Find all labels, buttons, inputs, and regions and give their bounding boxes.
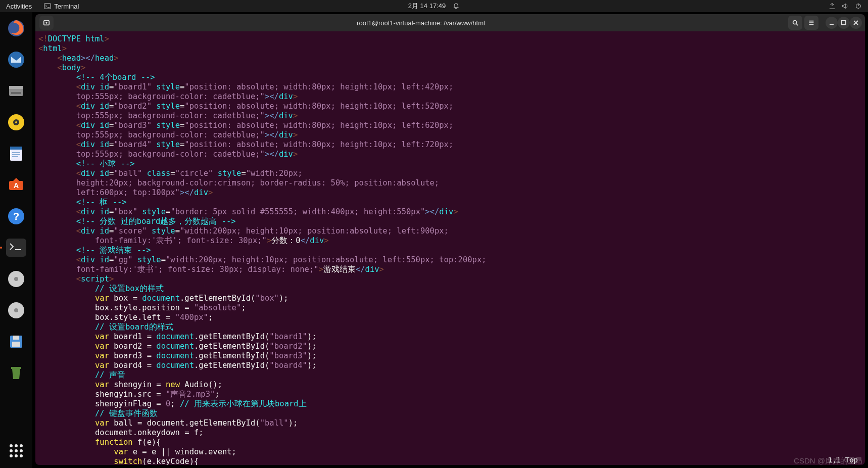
- minimize-button[interactable]: [826, 17, 838, 29]
- writer-launcher[interactable]: [4, 142, 28, 166]
- svg-point-29: [793, 21, 797, 24]
- maximize-button[interactable]: [838, 17, 850, 29]
- bell-icon[interactable]: [453, 3, 460, 10]
- disc2-launcher[interactable]: [4, 298, 28, 322]
- firefox-launcher[interactable]: [4, 16, 28, 40]
- terminal-icon: [44, 3, 51, 10]
- svg-rect-25: [13, 336, 19, 340]
- terminal-menu[interactable]: Terminal: [44, 3, 79, 10]
- svg-rect-0: [44, 4, 51, 9]
- svg-rect-26: [12, 342, 20, 347]
- thunderbird-launcher[interactable]: [4, 48, 28, 72]
- power-icon[interactable]: [855, 3, 862, 10]
- network-icon[interactable]: [829, 3, 836, 10]
- top-panel: Activities Terminal 2月 14 17:49: [0, 0, 868, 12]
- clock[interactable]: 2月 14 17:49: [408, 2, 446, 11]
- svg-point-3: [8, 52, 24, 68]
- window-title: root1@root1-virtual-machine: /var/www/ht…: [55, 19, 787, 27]
- svg-point-9: [15, 121, 17, 123]
- close-button[interactable]: [850, 17, 862, 29]
- svg-rect-30: [842, 21, 846, 25]
- help-launcher[interactable]: ?: [4, 204, 28, 228]
- svg-rect-27: [11, 367, 21, 369]
- rhythmbox-launcher[interactable]: [4, 110, 28, 134]
- volume-icon[interactable]: [842, 3, 849, 10]
- svg-rect-19: [6, 239, 26, 257]
- svg-rect-11: [10, 147, 22, 150]
- svg-point-21: [14, 277, 18, 281]
- watermark: CSDN @库库的里昂: [794, 456, 863, 466]
- hamburger-menu[interactable]: [804, 16, 818, 30]
- titlebar: root1@root1-virtual-machine: /var/www/ht…: [35, 14, 865, 31]
- activities-button[interactable]: Activities: [6, 3, 32, 10]
- disc1-launcher[interactable]: [4, 267, 28, 291]
- dock: A ?: [0, 12, 32, 468]
- terminal-launcher[interactable]: [4, 236, 28, 260]
- svg-rect-5: [9, 86, 23, 89]
- terminal-content[interactable]: <!DOCTYPE html> <html> <head></head> <bo…: [35, 31, 865, 465]
- svg-text:A: A: [14, 181, 19, 190]
- files-launcher[interactable]: [4, 79, 28, 103]
- svg-rect-6: [11, 92, 21, 94]
- show-apps[interactable]: [4, 439, 28, 463]
- new-tab-button[interactable]: [39, 16, 54, 30]
- search-button[interactable]: [788, 16, 802, 30]
- svg-text:?: ?: [13, 211, 19, 222]
- disk-launcher[interactable]: [4, 330, 28, 354]
- terminal-window: root1@root1-virtual-machine: /var/www/ht…: [35, 14, 865, 465]
- software-launcher[interactable]: A: [4, 173, 28, 197]
- trash-launcher[interactable]: [4, 361, 28, 385]
- terminal-label: Terminal: [54, 3, 79, 10]
- svg-point-23: [14, 308, 18, 312]
